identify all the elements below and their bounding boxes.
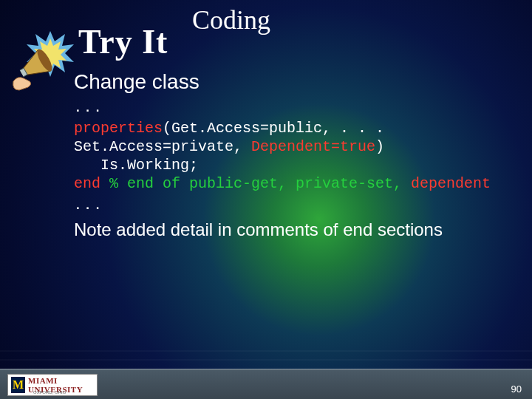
subheading: Change class (74, 70, 517, 94)
slide-title: Coding (192, 4, 270, 35)
code-block: properties(Get.Access=public, . . . Set.… (74, 119, 517, 193)
code-text: Is.Working; (74, 157, 198, 174)
code-text: ) (375, 138, 384, 155)
keyword-end: end (74, 175, 109, 192)
decorative-band (0, 350, 532, 352)
logo-subtext: OXFORD, OHIO (33, 390, 66, 395)
slide-body: Change class . . . properties(Get.Access… (74, 70, 517, 240)
code-text: (Get.Access=public, . . . (163, 120, 384, 137)
comment-dependent: dependent (411, 175, 491, 192)
decorative-band (0, 359, 532, 361)
try-it-heading: Try It (78, 22, 168, 61)
code-text: Set.Access=private, (74, 138, 251, 155)
keyword-properties: properties (74, 120, 163, 137)
note-text: Note added detail in comments of end sec… (74, 219, 517, 240)
university-logo: M MIAMI UNIVERSITY OXFORD, OHIO (7, 374, 98, 396)
slide-footer: M MIAMI UNIVERSITY OXFORD, OHIO 90 (0, 369, 532, 399)
arg-dependent: Dependent=true (251, 138, 375, 155)
ellipsis-bottom: . . . (75, 193, 517, 214)
ellipsis-top: . . . (75, 95, 517, 116)
comment: % end of public-get, private-set, (109, 175, 411, 192)
logo-m-mark: M (11, 377, 25, 393)
megaphone-icon (4, 22, 71, 89)
slide-number: 90 (511, 383, 522, 395)
